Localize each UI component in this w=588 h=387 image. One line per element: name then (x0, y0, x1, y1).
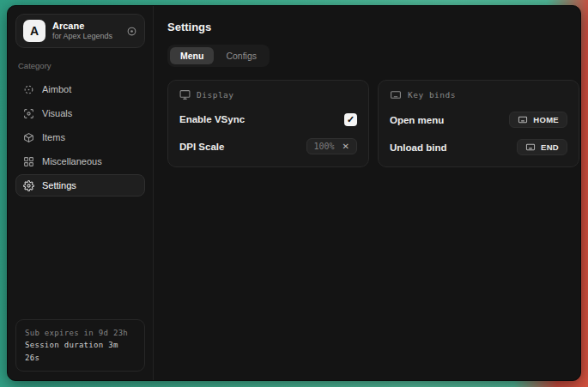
brand-card: A Arcane for Apex Legends (15, 14, 145, 48)
display-card: Display Enable VSync ✓ DPI Scale 100% ✕ (167, 80, 369, 167)
app-subtitle: for Apex Legends (52, 32, 119, 41)
unload-bind-row: Unload bind END (390, 139, 567, 155)
keyboard-icon (390, 89, 402, 100)
sidebar-spacer (15, 197, 145, 319)
tab-configs[interactable]: Configs (215, 47, 267, 64)
open-menu-key: HOME (533, 115, 559, 124)
monitor-icon (179, 89, 191, 100)
unload-bind-key: END (541, 142, 559, 152)
eye-icon (23, 108, 34, 119)
box-icon (23, 132, 34, 143)
unload-keybind-button[interactable]: END (517, 139, 567, 155)
app-window: A Arcane for Apex Legends Category Aimbo… (7, 5, 581, 381)
keyboard-icon (525, 142, 536, 152)
display-card-header: Display (179, 89, 357, 100)
sidebar-item-label: Settings (42, 180, 76, 190)
brand-text: Arcane for Apex Legends (52, 21, 119, 42)
crosshair-icon (23, 84, 34, 95)
dpi-label: DPI Scale (179, 142, 224, 152)
unload-bind-label: Unload bind (390, 142, 446, 153)
open-menu-label: Open menu (390, 115, 444, 125)
dpi-scale-value: 100% (314, 142, 335, 151)
tab-bar: Menu Configs (167, 45, 270, 67)
sidebar-item-miscellaneous[interactable]: Miscellaneous (15, 150, 145, 172)
sidebar-item-settings[interactable]: Settings (15, 174, 145, 197)
tab-menu[interactable]: Menu (170, 47, 214, 64)
sidebar: A Arcane for Apex Legends Category Aimbo… (8, 6, 154, 380)
category-label: Category (18, 61, 142, 70)
vsync-label: Enable VSync (179, 114, 245, 124)
clear-icon[interactable]: ✕ (342, 142, 349, 151)
sidebar-item-label: Miscellaneous (42, 156, 102, 166)
open-menu-keybind-button[interactable]: HOME (509, 112, 567, 128)
keybinds-card: Key binds Open menu HOME Unload bin (378, 80, 579, 167)
target-icon[interactable] (126, 26, 137, 37)
session-duration-text: Session duration 3m 26s (25, 339, 136, 364)
sidebar-nav: Aimbot Visuals Items (15, 78, 145, 197)
dpi-scale-input[interactable]: 100% ✕ (306, 138, 357, 154)
sidebar-item-aimbot[interactable]: Aimbot (15, 78, 145, 100)
sidebar-item-label: Visuals (42, 108, 72, 118)
sidebar-item-visuals[interactable]: Visuals (15, 102, 145, 124)
grid-icon (23, 156, 34, 167)
vsync-row: Enable VSync ✓ (179, 112, 357, 127)
session-info-card: Sub expires in 9d 23h Session duration 3… (15, 319, 145, 372)
dpi-row: DPI Scale 100% ✕ (179, 138, 357, 154)
vsync-checkbox[interactable]: ✓ (344, 113, 357, 126)
keybinds-card-header: Key binds (390, 89, 567, 100)
display-card-title: Display (197, 90, 234, 100)
gear-icon (23, 180, 34, 191)
sub-expires-text: Sub expires in 9d 23h (25, 327, 136, 339)
open-menu-row: Open menu HOME (390, 112, 567, 128)
keyboard-icon (518, 115, 528, 124)
app-name: Arcane (52, 21, 119, 33)
app-logo: A (23, 20, 45, 42)
main-content: Settings Menu Configs Display Enable VSy… (154, 6, 581, 380)
page-title: Settings (167, 21, 579, 33)
sidebar-item-label: Items (42, 132, 65, 142)
sidebar-item-items[interactable]: Items (15, 126, 145, 148)
sidebar-item-label: Aimbot (42, 84, 71, 94)
settings-cards: Display Enable VSync ✓ DPI Scale 100% ✕ (167, 80, 579, 167)
keybinds-card-title: Key binds (408, 90, 456, 100)
